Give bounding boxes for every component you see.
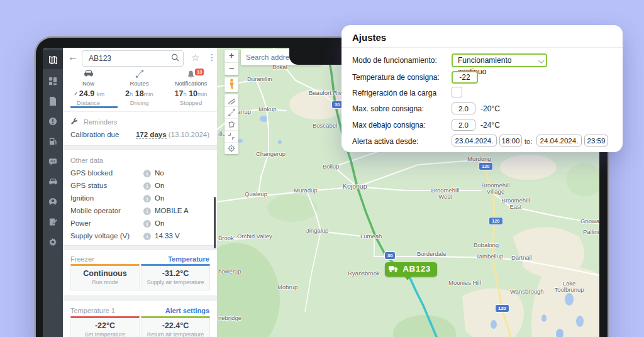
kebab-menu-icon[interactable]: ⋮ [208, 52, 216, 62]
map-label: Kojonup [343, 182, 367, 190]
alert-active-label: Alerta activa desde: [352, 137, 418, 146]
cargo-cooling-checkbox[interactable] [452, 87, 462, 97]
map-label: Duranillin [247, 75, 272, 82]
nav-rail [43, 48, 63, 337]
calibration-value: 172 days (13.10.2024) [136, 131, 209, 138]
alert-time-to-input[interactable]: 23:59 [584, 135, 608, 146]
tab-notifications[interactable]: 13 Notifications [165, 69, 216, 89]
measure-tool-button[interactable] [225, 94, 238, 106]
info-icon[interactable]: i [143, 220, 151, 228]
stat-stopped: 17h 10min Stopped [165, 89, 216, 106]
rail-item-map[interactable] [43, 50, 63, 69]
map-logo-icon [48, 55, 58, 65]
map-tools [225, 94, 238, 154]
sidebar-scrollbar[interactable] [214, 197, 216, 248]
row-power: PoweriOn [63, 219, 217, 232]
max-below-input[interactable]: 2.0 [452, 119, 475, 131]
rail-item-alerts[interactable] [43, 112, 63, 131]
zoom-out-button[interactable]: − [225, 62, 238, 75]
map-label: Murdong [467, 155, 491, 162]
temperature-link[interactable]: Temperature [168, 255, 209, 263]
sidebar-tabs: Now Routes 13 Notifications [63, 69, 217, 89]
map-label: Wansbrough [510, 288, 544, 295]
return-air-temperature-card: -22.4°C Return air temperature [141, 316, 210, 337]
map-label: howerup [218, 268, 241, 275]
rail-item-settings[interactable] [43, 233, 63, 251]
map-label: Broomehill West [426, 187, 465, 201]
route-shield: 120 [479, 162, 493, 170]
locate-tool-button[interactable] [225, 142, 238, 154]
map-label: Tambellup [476, 253, 503, 260]
wrench-icon [70, 119, 78, 126]
operating-mode-label: Modo de funcionamiento: [352, 56, 437, 65]
max-above-result: -20°C [480, 104, 500, 113]
other-data-header: Other data [70, 157, 103, 164]
collapse-tool-button[interactable] [225, 130, 238, 142]
map-label: Bobalong [474, 241, 499, 248]
map-label: Qualeup [245, 191, 267, 197]
freezer-run-mode-card: Continuous Run mode [70, 264, 140, 290]
info-icon[interactable]: i [143, 207, 151, 215]
tab-routes[interactable]: Routes [114, 69, 165, 89]
freezer-header: Freezer [70, 255, 94, 263]
reminders-header: Reminders [70, 117, 117, 126]
row-mobile-operator: Mobile operatoriMOBILE A [63, 207, 217, 219]
map-label: Lumeah [360, 233, 382, 240]
vehicle-search-input[interactable] [82, 50, 184, 67]
polygon-tool-button[interactable] [225, 118, 238, 130]
info-icon[interactable]: i [143, 195, 151, 202]
cargo-cooling-label: Refrigeración de la carga [352, 89, 436, 97]
fuel-pump-icon [49, 137, 57, 146]
tab-now-label: Now [82, 80, 94, 87]
map-zoom-control: + − [225, 50, 238, 75]
map-label: Broomehill East [495, 197, 536, 211]
route-tool-button[interactable] [225, 106, 238, 118]
tab-now[interactable]: Now [63, 69, 114, 89]
chevron-down-icon [538, 57, 545, 64]
dashboard-icon [48, 77, 57, 86]
alert-time-from-input[interactable]: 18:00 [499, 135, 522, 146]
map-label: Muradup [294, 187, 318, 194]
alert-date-from-input[interactable]: 23.04.2024. [452, 135, 497, 146]
back-button[interactable]: ← [68, 52, 78, 63]
map-label: Boscabel [313, 122, 337, 129]
rail-item-messages[interactable] [43, 152, 63, 171]
tab-routes-label: Routes [130, 80, 148, 87]
map-label: Gnowangerup [580, 218, 599, 224]
vehicle-marker-pointer [404, 276, 411, 280]
rail-item-dashboard[interactable] [43, 72, 63, 91]
rail-item-documents[interactable] [43, 92, 63, 111]
user-icon [48, 197, 57, 206]
route-shield: 120 [489, 217, 503, 225]
sidebar-topbar: ← ☆ ⋮ [63, 48, 217, 69]
rail-item-tasks[interactable] [43, 213, 63, 231]
favorite-star-icon[interactable]: ☆ [191, 52, 199, 64]
route-shield: 30 [384, 251, 396, 260]
vehicle-marker[interactable]: AB123 [385, 262, 437, 277]
rail-item-drivers[interactable] [43, 192, 63, 211]
rail-item-vehicles[interactable] [43, 172, 63, 191]
rail-item-fuel[interactable] [43, 132, 63, 151]
routes-tab-icon [114, 70, 165, 79]
bell-icon: 13 [165, 70, 216, 79]
pegman-button[interactable] [225, 77, 238, 92]
operating-mode-select[interactable]: Funcionamiento continuo [452, 53, 547, 67]
max-above-input[interactable]: 2.0 [452, 102, 475, 114]
info-icon[interactable]: i [143, 170, 151, 177]
max-below-result: -24°C [480, 121, 500, 130]
alert-settings-link[interactable]: Alert settings [165, 307, 209, 314]
clipboard-pencil-icon [49, 218, 57, 226]
row-gps-status: GPS statusiOn [63, 182, 217, 194]
panel-divider [341, 47, 623, 48]
set-temperature-input[interactable]: -22 [452, 71, 478, 84]
ajustes-settings-panel: Ajustes Modo de funcionamiento: Funciona… [341, 25, 623, 152]
freezer-supply-temp-card: -31.2°C Supply air temperature [141, 264, 210, 290]
map-label: Changerup [256, 150, 286, 157]
info-icon[interactable]: i [143, 233, 151, 240]
alert-circle-icon [48, 117, 57, 126]
info-icon[interactable]: i [143, 182, 151, 190]
stat-distance: 24.9 km Distance [63, 89, 114, 106]
zoom-in-button[interactable]: + [225, 50, 238, 62]
map-label: Ryansbrook [348, 270, 380, 277]
alert-date-to-input[interactable]: 24.04.2024. [536, 135, 582, 146]
